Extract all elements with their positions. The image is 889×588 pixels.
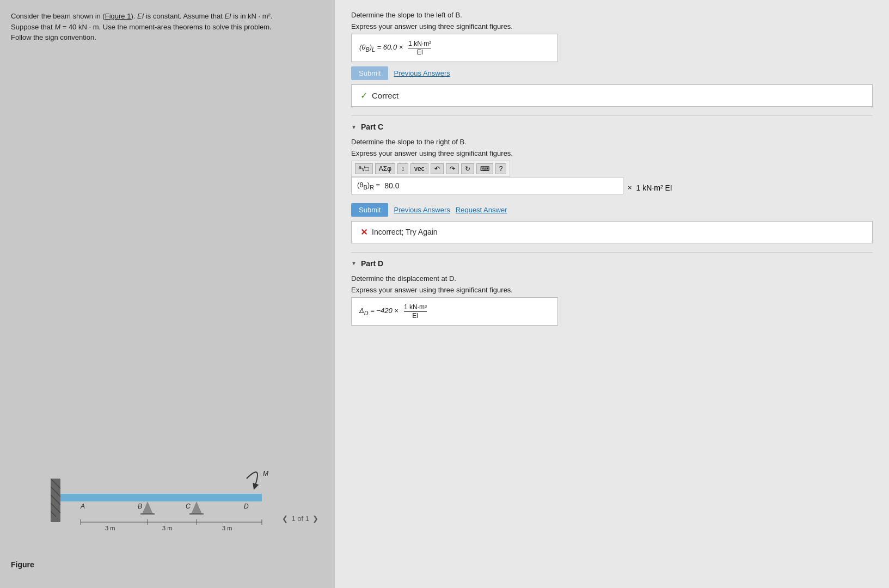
incorrect-label: Incorrect; Try Again bbox=[372, 228, 438, 236]
part-d-eq-label: ΔD = −420 × bbox=[359, 307, 398, 316]
part-b-submit-row: Submit Previous Answers bbox=[351, 66, 873, 80]
correct-label: Correct bbox=[372, 91, 398, 100]
part-c-incorrect-box: ✕ Incorrect; Try Again bbox=[351, 221, 873, 243]
part-b-answer-box: (θB)L = 60.0 × 1 kN·m² EI bbox=[351, 34, 558, 62]
math-toolbar: ⁹√□ ΑΣφ ↕ vec ↶ ↷ ↻ ⌨ ? bbox=[351, 161, 510, 177]
beam-svg: A B C D bbox=[51, 446, 285, 555]
part-c-unit: 1 kN·m² EI bbox=[636, 183, 672, 192]
figure-prev-btn[interactable]: ❮ bbox=[282, 514, 288, 523]
part-c-submit-btn[interactable]: Submit bbox=[351, 203, 388, 217]
part-d-instruction2: Express your answer using three signific… bbox=[351, 286, 873, 294]
part-c-label: Part C bbox=[361, 122, 383, 131]
figure-area: A B C D bbox=[11, 48, 324, 578]
part-c-previous-answers-btn[interactable]: Previous Answers bbox=[394, 206, 450, 214]
beam-diagram: A B C D bbox=[11, 446, 324, 555]
x-icon: ✕ bbox=[360, 227, 367, 237]
right-panel: Determine the slope to the left of B. Ex… bbox=[335, 0, 889, 588]
svg-text:M: M bbox=[263, 470, 268, 477]
toolbar-vec-btn[interactable]: vec bbox=[410, 163, 428, 174]
problem-line2: Suppose that M = 40 kN · m. Use the mome… bbox=[11, 22, 324, 33]
toolbar-greek-btn[interactable]: ΑΣφ bbox=[375, 163, 395, 174]
svg-marker-11 bbox=[142, 501, 153, 514]
part-c-collapse-icon[interactable]: ▼ bbox=[351, 124, 357, 130]
part-c-instruction1: Determine the slope to the right of B. bbox=[351, 138, 873, 146]
svg-marker-13 bbox=[191, 501, 202, 514]
part-c-section: ▼ Part C Determine the slope to the righ… bbox=[351, 122, 873, 243]
toolbar-redo-btn[interactable]: ↷ bbox=[446, 163, 459, 174]
svg-text:C: C bbox=[186, 503, 191, 510]
part-d-unit-den: EI bbox=[412, 312, 418, 320]
part-c-header: ▼ Part C bbox=[351, 122, 873, 131]
svg-text:B: B bbox=[138, 503, 142, 510]
figure-next-btn[interactable]: ❯ bbox=[312, 514, 318, 523]
problem-text: Consider the beam shown in (Figure 1). E… bbox=[11, 11, 324, 43]
part-d-label: Part D bbox=[361, 259, 383, 268]
toolbar-keyboard-btn[interactable]: ⌨ bbox=[476, 163, 493, 174]
part-c-input[interactable] bbox=[384, 181, 617, 190]
divider-1 bbox=[351, 115, 873, 116]
part-c-multiply: × bbox=[628, 183, 632, 192]
part-c-request-answer-btn[interactable]: Request Answer bbox=[456, 206, 507, 214]
part-c-unit-den: EI bbox=[665, 183, 672, 192]
part-c-input-row: (θB)R = bbox=[351, 177, 623, 194]
toolbar-sqrt-btn[interactable]: ⁹√□ bbox=[355, 163, 373, 174]
part-d-instruction1: Determine the displacement at D. bbox=[351, 274, 873, 283]
svg-text:3 m: 3 m bbox=[105, 525, 115, 531]
svg-text:A: A bbox=[80, 503, 85, 510]
part-d-unit-num: 1 kN·m³ bbox=[404, 303, 427, 312]
part-d-collapse-icon[interactable]: ▼ bbox=[351, 260, 357, 266]
part-c-unit-num: 1 kN·m² bbox=[636, 183, 663, 192]
toolbar-undo-btn[interactable]: ↶ bbox=[431, 163, 444, 174]
part-b-instruction2: Express your answer using three signific… bbox=[351, 22, 873, 30]
divider-2 bbox=[351, 252, 873, 253]
part-d-answer-box: ΔD = −420 × 1 kN·m³ EI bbox=[351, 297, 558, 326]
part-b-eq-label: (θB)L = 60.0 × bbox=[359, 43, 403, 53]
svg-rect-6 bbox=[60, 494, 262, 501]
part-b-correct-box: ✓ Correct bbox=[351, 84, 873, 107]
check-icon: ✓ bbox=[360, 90, 367, 101]
figure-page: 1 of 1 bbox=[291, 514, 309, 523]
toolbar-refresh-btn[interactable]: ↻ bbox=[461, 163, 474, 174]
toolbar-arrow-btn[interactable]: ↕ bbox=[397, 163, 408, 174]
part-d-header: ▼ Part D bbox=[351, 259, 873, 268]
part-b-unit-num: 1 kN·m² bbox=[408, 40, 431, 48]
figure-nav: ❮ 1 of 1 ❯ bbox=[282, 514, 318, 523]
part-c-input-label: (θB)R = bbox=[357, 181, 380, 191]
svg-text:3 m: 3 m bbox=[162, 525, 172, 531]
problem-line3: Follow the sign convention. bbox=[11, 32, 324, 43]
part-b-section: Determine the slope to the left of B. Ex… bbox=[351, 11, 873, 107]
part-b-unit: 1 kN·m² EI bbox=[408, 40, 431, 56]
part-c-submit-row: Submit Previous Answers Request Answer bbox=[351, 203, 873, 217]
figure-label: Figure bbox=[11, 560, 324, 569]
svg-text:D: D bbox=[244, 503, 249, 510]
left-panel: Consider the beam shown in (Figure 1). E… bbox=[0, 0, 335, 588]
part-b-previous-answers-btn[interactable]: Previous Answers bbox=[394, 69, 450, 77]
toolbar-help-btn[interactable]: ? bbox=[495, 163, 507, 174]
svg-text:3 m: 3 m bbox=[222, 525, 232, 531]
part-d-unit: 1 kN·m³ EI bbox=[404, 303, 427, 320]
part-b-instruction1: Determine the slope to the left of B. bbox=[351, 11, 873, 19]
part-c-instruction2: Express your answer using three signific… bbox=[351, 149, 873, 157]
part-b-submit-btn[interactable]: Submit bbox=[351, 66, 388, 80]
problem-line1: Consider the beam shown in (Figure 1). E… bbox=[11, 11, 324, 22]
part-d-section: ▼ Part D Determine the displacement at D… bbox=[351, 259, 873, 330]
part-b-unit-den: EI bbox=[417, 48, 423, 56]
